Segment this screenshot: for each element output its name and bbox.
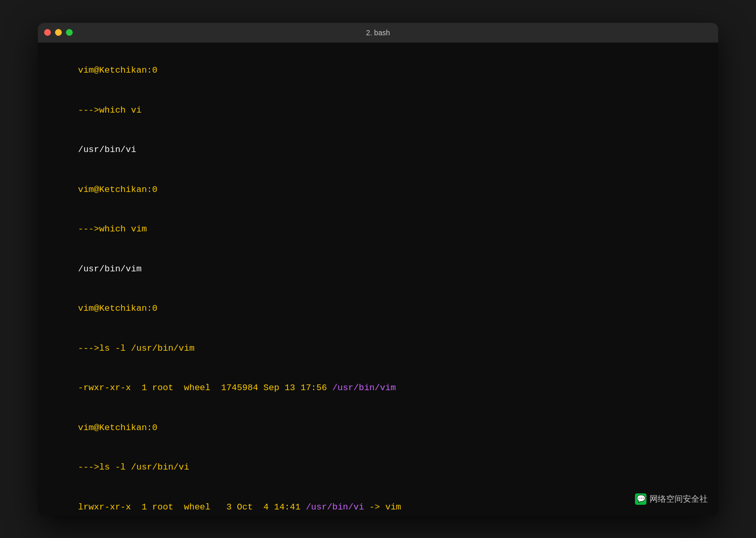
output-text: /usr/bin/vi: [78, 145, 136, 155]
terminal-line: --->ls -l /usr/bin/vim: [46, 328, 710, 368]
ls-permissions: lrwxr-xr-x 1 root: [78, 502, 184, 512]
terminal-line: vim@Ketchikan:0: [46, 51, 710, 91]
terminal-line: lrwxr-xr-x 1 root wheel 3 Oct 4 14:41 /u…: [46, 487, 710, 516]
ls-path: /usr/bin/vim: [332, 383, 396, 393]
terminal-line: /usr/bin/vim: [46, 249, 710, 289]
minimize-button[interactable]: [55, 29, 62, 36]
window-controls: [44, 29, 73, 36]
ls-group: wheel: [184, 383, 210, 393]
prompt-text: vim@Ketchikan:0: [78, 185, 157, 195]
ls-size-date: 3 Oct 4 14:41: [210, 502, 306, 512]
ls-arrow: -> vim: [364, 502, 401, 512]
wechat-icon: 💬: [635, 493, 646, 505]
terminal-line: --->which vim: [46, 210, 710, 250]
terminal-line: vim@Ketchikan:0: [46, 170, 710, 210]
title-bar: 2. bash: [38, 23, 718, 43]
terminal-line: --->ls -l /usr/bin/vi: [46, 448, 710, 488]
ls-size-date: 1745984 Sep 13 17:56: [210, 383, 332, 393]
prompt-text: vim@Ketchikan:0: [78, 65, 157, 75]
maximize-button[interactable]: [66, 29, 73, 36]
watermark-text: 网络空间安全社: [650, 493, 708, 505]
window-title: 2. bash: [366, 29, 390, 37]
command-text: --->ls -l /usr/bin/vim: [78, 343, 194, 353]
command-text: --->which vim: [78, 224, 147, 234]
ls-permissions: -rwxr-xr-x 1 root: [78, 383, 184, 393]
command-text: --->which vi: [78, 105, 141, 115]
close-button[interactable]: [44, 29, 51, 36]
ls-group: wheel: [184, 502, 210, 512]
command-text: --->ls -l /usr/bin/vi: [78, 462, 189, 472]
prompt-text: vim@Ketchikan:0: [78, 423, 157, 433]
prompt-text: vim@Ketchikan:0: [78, 304, 157, 313]
terminal-line: --->which vi: [46, 90, 710, 130]
terminal-line: vim@Ketchikan:0: [46, 408, 710, 448]
terminal-line: /usr/bin/vi: [46, 130, 710, 170]
terminal-line: -rwxr-xr-x 1 root wheel 1745984 Sep 13 1…: [46, 368, 710, 408]
watermark: 💬 网络空间安全社: [635, 493, 708, 505]
terminal-window: 2. bash vim@Ketchikan:0 --->which vi /us…: [38, 23, 718, 516]
output-text: /usr/bin/vim: [78, 264, 141, 274]
terminal-line: vim@Ketchikan:0: [46, 289, 710, 329]
ls-path: /usr/bin/vi: [306, 502, 364, 512]
terminal-body[interactable]: vim@Ketchikan:0 --->which vi /usr/bin/vi…: [38, 43, 718, 516]
